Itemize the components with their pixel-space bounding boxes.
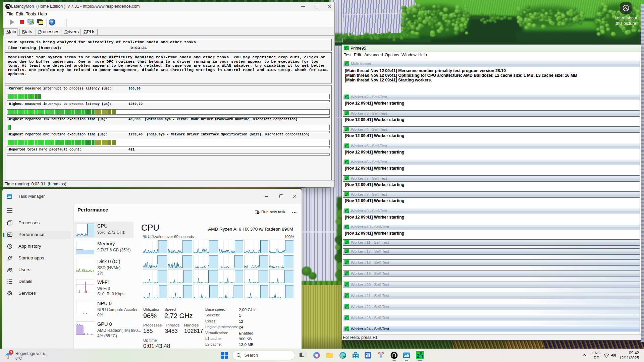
svg-text:-1: -1 (346, 63, 349, 66)
svg-text:-1: -1 (346, 251, 349, 253)
svg-text:-1: -1 (346, 284, 349, 287)
svg-text:-1: -1 (346, 145, 349, 148)
svg-text:-1: -1 (346, 317, 349, 320)
svg-text:-1: -1 (346, 226, 349, 229)
svg-text:-1: -1 (346, 210, 349, 213)
svg-text:-1: -1 (346, 328, 349, 331)
svg-text:2: 2 (417, 353, 420, 359)
svg-text:-1: -1 (346, 96, 349, 99)
svg-text:-1: -1 (346, 129, 349, 131)
svg-text:-1: -1 (346, 262, 349, 264)
svg-text:-1: -1 (346, 306, 349, 309)
svg-text:-1: -1 (420, 354, 424, 359)
svg-text:-1: -1 (346, 113, 349, 115)
svg-text:-1: -1 (346, 273, 349, 276)
svg-text:-1: -1 (346, 161, 349, 164)
svg-text:-1: -1 (346, 48, 349, 51)
svg-text:?: ? (51, 20, 53, 25)
svg-text:-1: -1 (346, 194, 349, 196)
svg-text:-1: -1 (346, 295, 349, 298)
svg-text:-1: -1 (346, 242, 349, 244)
svg-text:-1: -1 (346, 178, 349, 180)
